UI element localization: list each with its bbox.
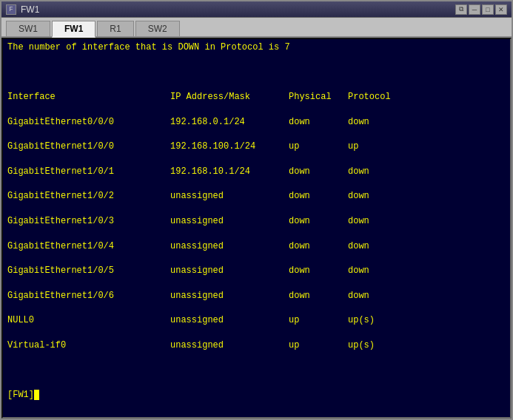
table-row: GigabitEthernet1/0/5unassigneddowndown — [7, 265, 506, 277]
table-row: GigabitEthernet1/0/1192.168.10.1/24downd… — [7, 166, 506, 178]
window-title: FW1 — [21, 4, 455, 15]
tab-bar: SW1 FW1 R1 SW2 — [1, 18, 512, 38]
table-row: GigabitEthernet1/0/4unassigneddowndown — [7, 240, 506, 253]
close-button[interactable]: ✕ — [495, 4, 507, 15]
terminal-line — [7, 365, 506, 377]
tab-sw2[interactable]: SW2 — [135, 21, 180, 36]
minimize-button[interactable]: ─ — [469, 4, 480, 15]
restore-button[interactable]: ⧉ — [455, 4, 467, 15]
table-row: Virtual-if0unassignedupup(s) — [7, 339, 506, 352]
table-row: GigabitEthernet0/0/0192.168.0.1/24downdo… — [7, 116, 506, 129]
window-icon: F — [6, 4, 16, 15]
table-row: GigabitEthernet1/0/2unassigneddowndown — [7, 190, 506, 203]
tab-r1[interactable]: R1 — [97, 21, 133, 36]
title-bar-buttons: ⧉ ─ □ ✕ — [455, 4, 507, 15]
main-window: F FW1 ⧉ ─ □ ✕ SW1 FW1 R1 SW2 .l configur… — [0, 0, 513, 420]
tab-sw1[interactable]: SW1 — [6, 21, 50, 36]
table-row: GigabitEthernet1/0/3unassigneddowndown — [7, 215, 506, 228]
table-row: GigabitEthernet1/0/0192.168.100.1/24upup — [7, 140, 506, 153]
maximize-button[interactable]: □ — [482, 4, 494, 15]
terminal-line — [7, 67, 506, 79]
terminal-line: The number of interface that is DOWN in … — [7, 41, 506, 54]
title-bar: F FW1 ⧉ ─ □ ✕ — [1, 1, 512, 18]
terminal-output[interactable]: .l configurations have been changed. The… — [1, 38, 512, 419]
table-row: NULL0unassignedupup(s) — [7, 314, 506, 327]
table-header: InterfaceIP Address/MaskPhysicalProtocol — [7, 91, 506, 104]
table-row: GigabitEthernet1/0/6unassigneddowndown — [7, 290, 506, 302]
tab-fw1[interactable]: FW1 — [52, 21, 95, 38]
prompt-line: [FW1] — [7, 389, 506, 402]
